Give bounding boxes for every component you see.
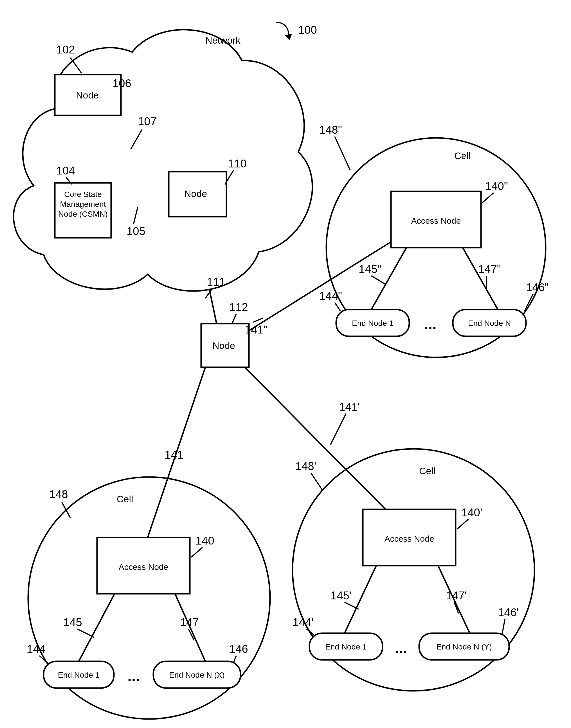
end-node-148p-n-label: End Node N (Y) — [436, 642, 492, 651]
ref-145pp: 145" — [359, 263, 381, 275]
ref-145p: 145' — [331, 589, 351, 602]
ref-112: 112 — [229, 301, 248, 313]
diagram-canvas: Network 100 Node 102 106 107 Core State … — [0, 0, 571, 728]
ref-144: 144 — [27, 643, 45, 655]
cell-148-ellipsis: ... — [127, 668, 139, 684]
end-node-148-n-label: End Node N (X) — [169, 670, 225, 679]
end-node-148pp-1-label: End Node 1 — [352, 319, 393, 328]
ref-102: 102 — [56, 43, 75, 56]
ref-140p: 140' — [461, 506, 482, 519]
access-node-148pp-label: Access Node — [411, 216, 461, 225]
lead-148pp — [335, 136, 350, 170]
cell-148pp-label: Cell — [454, 150, 471, 161]
ref-106: 106 — [113, 77, 131, 90]
ref-110: 110 — [228, 157, 247, 170]
ref-141: 141 — [164, 448, 184, 461]
lead-145 — [77, 629, 94, 637]
ref-104: 104 — [56, 164, 75, 177]
csmn-line3: Node (CSMN) — [58, 210, 108, 218]
ref-146p: 146' — [498, 606, 519, 619]
ref-146pp: 146" — [526, 281, 549, 294]
ref-147: 147 — [180, 616, 199, 628]
cell-148p-ellipsis: ... — [394, 640, 407, 656]
end-node-148-1-label: End Node 1 — [58, 670, 100, 679]
lead-140pp — [482, 193, 494, 203]
lead-146 — [233, 656, 236, 663]
csmn-line2: Management — [60, 200, 106, 209]
node-gateway-label: Node — [212, 340, 235, 351]
ref-141pp: 141" — [245, 323, 267, 336]
ref-148p: 148' — [295, 460, 316, 472]
ref-146: 146 — [229, 643, 248, 655]
link-147pp — [463, 248, 498, 310]
node-top-label: Node — [76, 90, 99, 100]
ref-140pp: 140" — [485, 180, 508, 192]
lead-112 — [232, 314, 236, 324]
lead-141 — [179, 425, 186, 446]
figure-ref: 100 — [298, 24, 317, 36]
ref-107: 107 — [138, 115, 157, 127]
figure-arrow — [276, 22, 288, 35]
lead-148 — [62, 502, 70, 518]
lead-144 — [39, 656, 49, 664]
lead-145pp — [371, 276, 385, 284]
csmn-line1: Core State — [64, 190, 102, 199]
cell-148pp-ellipsis: ... — [424, 316, 436, 332]
link-145 — [79, 592, 115, 661]
lead-148p — [311, 473, 322, 490]
ref-105: 105 — [127, 225, 145, 237]
end-node-148pp-n-label: End Node N — [468, 319, 511, 328]
access-node-148p-label: Access Node — [384, 534, 434, 543]
lead-140p — [457, 519, 468, 529]
ref-144pp: 144" — [319, 290, 342, 302]
link-141p — [245, 367, 402, 526]
node-mid-label: Node — [184, 188, 207, 199]
figure-arrowhead — [284, 34, 292, 40]
lead-146p — [502, 619, 505, 635]
ref-145: 145 — [63, 616, 82, 628]
ref-147pp: 147" — [478, 263, 501, 275]
ref-148: 148 — [49, 488, 68, 500]
ref-141p: 141' — [339, 401, 360, 413]
lead-140 — [191, 547, 203, 557]
network-label: Network — [205, 35, 241, 45]
end-node-148p-1-label: End Node 1 — [325, 642, 367, 651]
lead-141pp — [253, 318, 263, 322]
ref-140: 140 — [196, 534, 214, 547]
ref-148pp: 148" — [319, 123, 342, 136]
cell-148-label: Cell — [117, 494, 133, 504]
lead-141p — [331, 414, 346, 445]
access-node-148-label: Access Node — [119, 562, 168, 571]
lead-145p — [345, 602, 359, 609]
ref-111: 111 — [207, 276, 226, 288]
network-cloud — [13, 30, 312, 291]
cell-148p-label: Cell — [419, 465, 436, 476]
ref-147p: 147' — [446, 589, 467, 602]
ref-144p: 144' — [293, 616, 313, 628]
lead-144pp — [335, 303, 340, 311]
